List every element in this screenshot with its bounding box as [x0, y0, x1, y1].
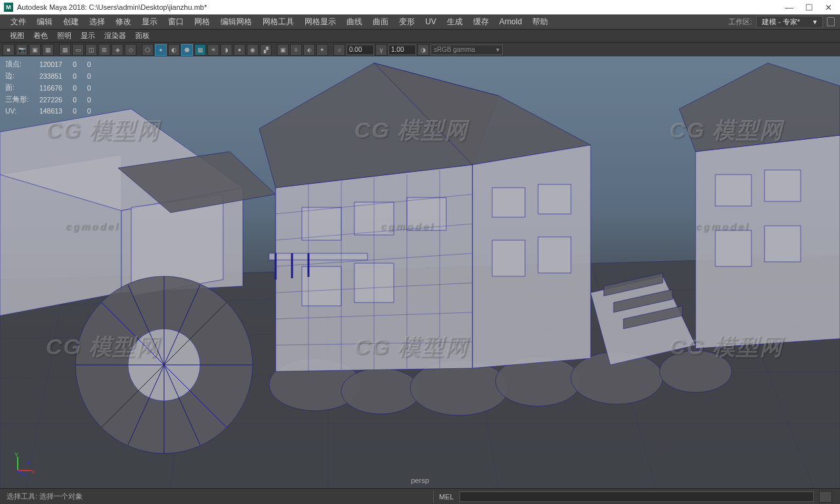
- menu-uv[interactable]: UV: [420, 17, 442, 26]
- window-titlebar: M Autodesk Maya 2018: C:\Users\admin\Des…: [0, 0, 840, 14]
- svg-rect-31: [492, 240, 525, 276]
- menu-deform[interactable]: 变形: [394, 16, 420, 28]
- tool-camera-icon[interactable]: 📷: [16, 44, 28, 56]
- menu-surfaces[interactable]: 曲面: [368, 16, 394, 28]
- menu-modify[interactable]: 修改: [110, 16, 136, 28]
- minimize-button[interactable]: —: [785, 3, 793, 12]
- view-axis-gizmo: YXZ: [8, 454, 34, 480]
- workspace-selector[interactable]: 建模 - 专家*▾: [756, 16, 823, 28]
- svg-rect-43: [715, 175, 751, 206]
- chevron-down-icon: ▾: [813, 18, 817, 26]
- tool-grid[interactable]: ▦: [59, 44, 71, 56]
- menu-display[interactable]: 显示: [136, 16, 163, 28]
- maya-logo-icon: M: [4, 3, 13, 12]
- panel-lighting[interactable]: 照明: [52, 31, 76, 41]
- menu-generate[interactable]: 生成: [442, 16, 468, 28]
- tool-gate-mask[interactable]: ◫: [85, 44, 97, 56]
- help-line: 选择工具: 选择一个对象: [0, 492, 433, 501]
- menu-create[interactable]: 创建: [58, 16, 84, 28]
- gamma-field[interactable]: 1.00: [388, 45, 416, 55]
- menu-select[interactable]: 选择: [84, 16, 110, 28]
- script-editor-button[interactable]: [819, 491, 832, 503]
- main-menu-bar: 文件 编辑 创建 选择 修改 显示 窗口 网格 编辑网格 网格工具 网格显示 曲…: [0, 14, 840, 29]
- tool-isolate[interactable]: ▣: [277, 44, 289, 56]
- viewport-toolbar: ■ 📷 ▣ ▦ ▦ ▭ ◫ ⊞ ◈ ◇ ⬡ ● ◐ ⬢ ▩ ☀ ◗ ● ◉ ▞ …: [0, 42, 840, 56]
- tool-aa[interactable]: ▞: [260, 44, 272, 56]
- menu-mesh-display[interactable]: 网格显示: [299, 16, 341, 28]
- panel-menu-bar: 视图 着色 照明 显示 渲染器 面板: [0, 29, 840, 42]
- panel-shading[interactable]: 着色: [29, 31, 52, 41]
- hud-row: 三角形:22722600: [5, 94, 100, 105]
- poly-count-hud: 顶点:12001700 边:23385100 面:11667600 三角形:22…: [4, 58, 102, 117]
- command-line-input[interactable]: [459, 492, 814, 502]
- menu-edit-mesh[interactable]: 编辑网格: [215, 16, 257, 28]
- camera-label: persp: [411, 476, 429, 484]
- panel-view[interactable]: 视图: [5, 31, 29, 41]
- panel-renderer[interactable]: 渲染器: [100, 31, 131, 41]
- menu-edit[interactable]: 编辑: [32, 16, 58, 28]
- hud-row: 面:11667600: [5, 83, 100, 93]
- svg-rect-45: [715, 230, 751, 266]
- hud-row: 顶点:12001700: [5, 59, 100, 70]
- tool-shadows[interactable]: ◗: [220, 44, 232, 56]
- menu-file[interactable]: 文件: [5, 16, 32, 28]
- lock-icon[interactable]: [827, 17, 835, 26]
- panel-show[interactable]: 显示: [76, 31, 100, 41]
- tool-field-chart[interactable]: ⊞: [98, 44, 110, 56]
- svg-rect-46: [765, 226, 801, 262]
- tool-wire-on-shaded[interactable]: ⬢: [181, 44, 193, 56]
- menu-window[interactable]: 窗口: [163, 16, 189, 28]
- svg-rect-26: [407, 198, 446, 230]
- tool-motion-blur[interactable]: ◉: [247, 44, 259, 56]
- tool-safe-title[interactable]: ◇: [125, 44, 136, 56]
- hud-row: 边:23385100: [5, 71, 100, 81]
- tool-select-camera[interactable]: ■: [3, 44, 14, 56]
- svg-point-2: [341, 368, 420, 414]
- hud-row: UV:14861300: [5, 106, 100, 116]
- close-button[interactable]: ✕: [825, 3, 832, 12]
- tool-gamma-icon[interactable]: γ: [375, 44, 387, 56]
- svg-rect-33: [269, 253, 368, 260]
- tool-film-gate[interactable]: ▭: [72, 44, 84, 56]
- maximize-button[interactable]: ☐: [805, 3, 813, 12]
- tool-use-lights[interactable]: ☀: [207, 44, 219, 56]
- menu-arnold[interactable]: Arnold: [494, 17, 528, 26]
- exposure-field[interactable]: 0.00: [346, 45, 374, 55]
- window-title: Autodesk Maya 2018: C:\Users\admin\Deskt…: [17, 3, 785, 11]
- tool-view-transform-icon[interactable]: ◑: [417, 44, 429, 56]
- svg-rect-30: [538, 184, 571, 214]
- tool-wireframe[interactable]: ⬡: [142, 44, 154, 56]
- tool-exposure-icon[interactable]: ☼: [333, 44, 345, 56]
- tool-image-plane[interactable]: ▦: [42, 44, 54, 56]
- status-bar: 选择工具: 选择一个对象 MEL: [0, 488, 840, 504]
- panel-panels[interactable]: 面板: [131, 31, 154, 41]
- viewport[interactable]: 顶点:12001700 边:23385100 面:11667600 三角形:22…: [0, 56, 840, 488]
- workspace-label: 工作区:: [728, 17, 752, 27]
- tool-safe-action[interactable]: ◈: [112, 44, 123, 56]
- tool-xray-active[interactable]: ⬖: [303, 44, 315, 56]
- menu-help[interactable]: 帮助: [527, 16, 553, 28]
- menu-curves[interactable]: 曲线: [341, 16, 368, 28]
- svg-rect-32: [538, 237, 571, 273]
- tool-use-default-mat[interactable]: ◐: [168, 44, 180, 56]
- svg-rect-44: [765, 170, 801, 201]
- menu-mesh[interactable]: 网格: [189, 16, 215, 28]
- tool-smooth-shade[interactable]: ●: [155, 44, 167, 56]
- svg-point-6: [660, 350, 732, 392]
- tool-textured[interactable]: ▩: [194, 44, 206, 56]
- cmd-language-label[interactable]: MEL: [439, 493, 454, 501]
- tool-xray-joints[interactable]: ✦: [316, 44, 328, 56]
- tool-bookmark[interactable]: ▣: [29, 44, 41, 56]
- menu-cache[interactable]: 缓存: [468, 16, 494, 28]
- svg-rect-29: [492, 188, 525, 217]
- view-transform-dropdown[interactable]: sRGB gamma▾: [430, 45, 503, 55]
- svg-marker-23: [472, 145, 591, 368]
- menu-mesh-tools[interactable]: 网格工具: [257, 16, 299, 28]
- tool-xray[interactable]: ◊: [290, 44, 302, 56]
- tool-ao[interactable]: ●: [234, 44, 245, 56]
- chevron-down-icon: ▾: [496, 46, 499, 53]
